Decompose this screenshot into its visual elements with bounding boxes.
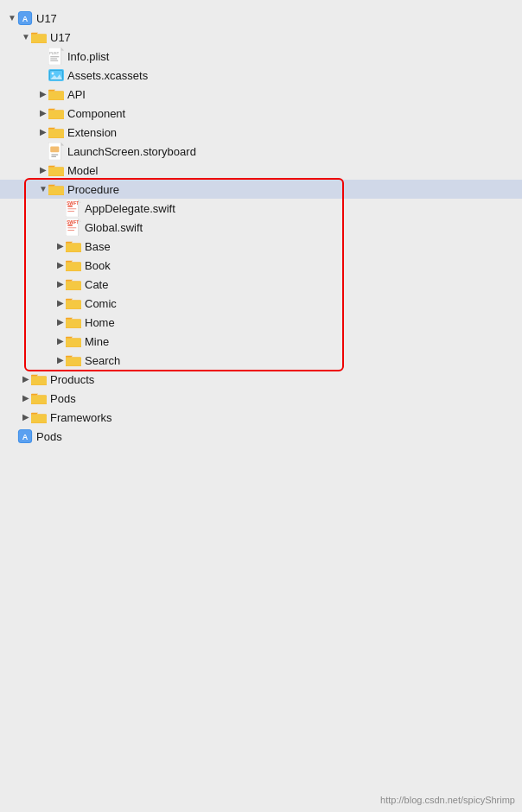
tree-item-u17-folder[interactable]: U17	[0, 28, 522, 47]
arrow-cate[interactable]	[55, 279, 66, 289]
svg-rect-53	[67, 230, 74, 231]
tree-item-home[interactable]: Home	[0, 313, 522, 332]
tree-item-search[interactable]: Search	[0, 351, 522, 370]
tree-item-pods-folder[interactable]: Pods	[0, 389, 522, 408]
svg-rect-12	[50, 60, 58, 61]
folder-icon	[66, 276, 81, 292]
tree-item-appdelegate[interactable]: SWIFT AppDelegate.swift	[0, 199, 522, 218]
item-label-api: API	[67, 88, 86, 101]
tree-item-cate[interactable]: Cate	[0, 275, 522, 294]
folder-icon	[66, 352, 81, 368]
tree-item-book[interactable]: Book	[0, 256, 522, 275]
storyboard-icon	[48, 143, 64, 159]
folder-icon	[66, 238, 81, 254]
arrow-mine[interactable]	[55, 336, 66, 346]
svg-marker-29	[61, 143, 64, 145]
arrow-search[interactable]	[55, 355, 66, 365]
app-icon: A	[17, 428, 33, 444]
svg-rect-20	[48, 92, 64, 99]
tree-item-extension[interactable]: Extension	[0, 123, 522, 142]
tree-item-mine[interactable]: Mine	[0, 332, 522, 351]
svg-rect-60	[66, 263, 81, 270]
arrow-products[interactable]	[21, 374, 31, 384]
arrow-extension[interactable]	[38, 127, 48, 137]
folder-icon	[31, 371, 47, 387]
arrow-u17-root[interactable]	[7, 13, 17, 23]
tree-item-u17-root[interactable]: A U17	[0, 9, 522, 28]
item-label-cate: Cate	[85, 278, 108, 291]
svg-rect-45	[67, 211, 74, 212]
arrow-component[interactable]	[38, 108, 48, 118]
plist-icon: PLIST	[48, 48, 64, 64]
item-label-frameworks: Frameworks	[50, 411, 112, 424]
tree-item-api[interactable]: API	[0, 85, 522, 104]
item-label-mine: Mine	[85, 335, 109, 348]
item-label-info-plist: Info.plist	[67, 50, 109, 63]
folder-icon	[31, 29, 47, 45]
tree-item-info-plist[interactable]: PLIST Info.plist	[0, 47, 522, 66]
svg-rect-51	[67, 225, 73, 226]
tree-item-launchscreen[interactable]: LaunchScreen.storyboard	[0, 142, 522, 161]
tree-item-products[interactable]: Products	[0, 370, 522, 389]
folder-icon	[48, 105, 64, 121]
arrow-home[interactable]	[55, 317, 66, 327]
svg-rect-38	[48, 187, 64, 194]
xcassets-icon	[48, 67, 64, 83]
item-label-search: Search	[85, 354, 120, 367]
folder-icon	[66, 257, 81, 273]
item-label-pods-app: Pods	[36, 430, 62, 443]
svg-text:PLIST: PLIST	[49, 51, 60, 55]
folder-icon	[66, 314, 81, 330]
svg-rect-30	[50, 146, 59, 152]
arrow-u17-folder[interactable]	[21, 32, 31, 42]
arrow-api[interactable]	[38, 89, 48, 99]
svg-text:SWIFT: SWIFT	[67, 220, 79, 225]
folder-icon	[48, 86, 64, 102]
swift-icon: SWIFT	[66, 219, 81, 235]
item-label-pods-folder: Pods	[50, 392, 76, 405]
tree-item-procedure[interactable]: Procedure	[0, 180, 522, 199]
svg-rect-66	[66, 301, 81, 308]
svg-rect-23	[48, 111, 64, 118]
svg-rect-52	[67, 227, 76, 228]
folder-icon	[31, 390, 47, 406]
item-label-procedure: Procedure	[67, 183, 119, 196]
arrow-base[interactable]	[55, 241, 66, 251]
svg-rect-63	[66, 282, 81, 289]
item-label-base: Base	[85, 240, 111, 253]
item-label-model: Model	[67, 164, 98, 177]
item-label-assets: Assets.xcassets	[67, 69, 148, 82]
item-label-book: Book	[85, 259, 111, 272]
arrow-procedure[interactable]	[38, 184, 48, 194]
arrow-pods-folder[interactable]	[21, 393, 31, 403]
tree-item-pods-app[interactable]: A Pods	[0, 427, 522, 446]
tree-item-component[interactable]: Component	[0, 104, 522, 123]
svg-rect-31	[51, 154, 58, 155]
watermark: http://blog.csdn.net/spicyShrimp	[380, 795, 515, 805]
arrow-frameworks[interactable]	[21, 412, 31, 422]
arrow-book[interactable]	[55, 260, 66, 270]
app-icon: A	[17, 10, 33, 26]
svg-text:SWIFT: SWIFT	[67, 201, 79, 206]
tree-item-comic[interactable]: Comic	[0, 294, 522, 313]
item-label-u17-root: U17	[36, 12, 57, 25]
tree-item-base[interactable]: Base	[0, 237, 522, 256]
svg-rect-35	[48, 168, 64, 175]
svg-rect-32	[51, 156, 56, 157]
item-label-products: Products	[50, 373, 94, 386]
svg-point-16	[52, 73, 54, 75]
file-tree: A U17 U17 PLIST Info.plist Assets.xcasse…	[0, 0, 522, 454]
tree-item-assets[interactable]: Assets.xcassets	[0, 66, 522, 85]
arrow-comic[interactable]	[55, 298, 66, 308]
tree-item-frameworks[interactable]: Frameworks	[0, 408, 522, 427]
svg-marker-8	[61, 48, 64, 50]
tree-item-global[interactable]: SWIFT Global.swift	[0, 218, 522, 237]
folder-icon	[66, 295, 81, 311]
folder-icon	[31, 409, 47, 425]
item-label-appdelegate: AppDelegate.swift	[85, 202, 175, 215]
svg-rect-78	[31, 377, 47, 384]
svg-rect-72	[66, 339, 81, 346]
tree-item-model[interactable]: Model	[0, 161, 522, 180]
svg-rect-57	[66, 244, 81, 251]
arrow-model[interactable]	[38, 165, 48, 175]
